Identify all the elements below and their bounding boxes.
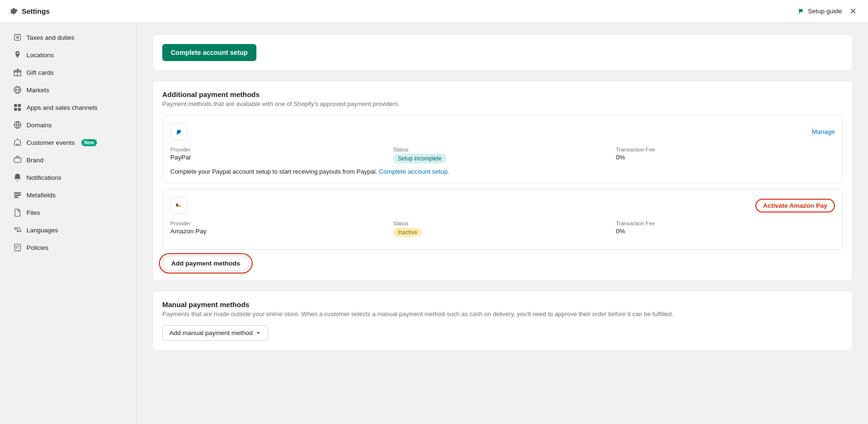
paypal-note: Complete your Paypal account setup to st… — [170, 168, 835, 175]
sidebar-item-label: Metafields — [26, 192, 56, 199]
sidebar-item-notifications[interactable]: Notifications — [4, 169, 133, 186]
metafields-icon — [13, 191, 22, 199]
paypal-logo — [170, 123, 187, 140]
complete-account-setup-button[interactable]: Complete account setup — [162, 44, 256, 61]
sidebar-item-label: Domains — [26, 122, 52, 129]
customer-events-icon — [13, 138, 22, 147]
paypal-note-text: Complete your Paypal account setup to st… — [170, 168, 377, 175]
settings-gear-icon — [9, 7, 18, 16]
paypal-provider-card: Manage Provider PayPal Status Setup inco… — [162, 115, 843, 183]
paypal-complete-setup-link[interactable]: Complete account setup. — [379, 168, 449, 175]
languages-icon — [13, 226, 22, 234]
manual-payment-methods-title: Manual payment methods — [162, 300, 843, 309]
sidebar-item-taxes-and-duties[interactable]: Taxes and duties — [4, 29, 133, 46]
additional-payment-methods-subtitle: Payment methods that are available with … — [162, 100, 843, 107]
add-payment-methods-label: Add payment methods — [171, 260, 240, 267]
sidebar-item-brand[interactable]: Brand — [4, 151, 133, 168]
sidebar-item-label: Languages — [26, 227, 58, 234]
sidebar-item-markets[interactable]: Markets — [4, 81, 133, 98]
svg-rect-15 — [14, 194, 21, 196]
subtitle-text: Payment methods that are available with … — [162, 100, 400, 107]
additional-payment-methods-card: Additional payment methods Payment metho… — [152, 80, 853, 281]
amazon-fee-label: Transaction Fee — [616, 221, 835, 226]
flag-icon — [798, 8, 805, 15]
taxes-icon — [13, 33, 22, 42]
paypal-provider-details: Provider PayPal Status Setup incomplete … — [170, 147, 835, 163]
svg-rect-10 — [14, 108, 17, 111]
svg-rect-8 — [14, 104, 17, 107]
close-button[interactable]: ✕ — [848, 6, 859, 17]
sidebar-item-label: Files — [26, 209, 40, 216]
paypal-fee-value: 0% — [616, 154, 835, 161]
notifications-icon — [13, 173, 22, 182]
sidebar-item-label: Markets — [26, 87, 49, 94]
paypal-fee-col: Transaction Fee 0% — [616, 147, 835, 163]
location-icon — [13, 51, 22, 59]
add-manual-payment-method-button[interactable]: Add manual payment method — [162, 325, 268, 341]
sidebar: Taxes and duties Locations Gift cards Ma… — [0, 23, 137, 424]
paypal-status-col: Status Setup incomplete — [393, 147, 612, 163]
svg-rect-16 — [14, 197, 18, 198]
amazon-logo: a — [170, 197, 187, 214]
amazon-status-badge: Inactive — [393, 228, 422, 237]
top-bar-left: Settings — [9, 7, 50, 16]
brand-icon — [13, 156, 22, 164]
paypal-manage-link[interactable]: Manage — [812, 128, 835, 135]
manual-payment-methods-card: Manual payment methods Payments that are… — [152, 291, 853, 351]
svg-text:a: a — [176, 202, 179, 207]
paypal-provider-col: Provider PayPal — [170, 147, 389, 163]
sidebar-item-metafields[interactable]: Metafields — [4, 186, 133, 203]
add-payment-methods-button[interactable]: Add payment methods — [162, 256, 249, 271]
paypal-provider-header: Manage — [170, 123, 835, 140]
activate-amazon-pay-link[interactable]: Activate Amazon Pay — [755, 199, 835, 212]
sidebar-item-domains[interactable]: Domains — [4, 116, 133, 133]
add-manual-payment-label: Add manual payment method — [169, 329, 253, 336]
svg-rect-11 — [18, 108, 21, 111]
paypal-fee-label: Transaction Fee — [616, 147, 835, 152]
paypal-status-label: Status — [393, 147, 612, 152]
add-payment-methods-wrap: Add payment methods — [162, 256, 843, 271]
markets-icon — [13, 86, 22, 94]
sidebar-item-gift-cards[interactable]: Gift cards — [4, 64, 133, 81]
amazon-pay-provider-header: a Activate Amazon Pay — [170, 197, 835, 214]
amazon-provider-col: Provider Amazon Pay — [170, 221, 389, 237]
amazon-provider-value: Amazon Pay — [170, 228, 389, 235]
svg-rect-17 — [15, 244, 21, 251]
policies-icon — [13, 243, 22, 252]
setup-guide-link[interactable]: Setup guide — [798, 8, 842, 15]
sidebar-item-label: Policies — [26, 244, 49, 251]
sidebar-item-files[interactable]: Files — [4, 204, 133, 221]
apps-icon — [13, 103, 22, 112]
amazon-pay-provider-details: Provider Amazon Pay Status Inactive Tran… — [170, 221, 835, 237]
sidebar-item-policies[interactable]: Policies — [4, 239, 133, 256]
sidebar-item-apps-and-sales-channels[interactable]: Apps and sales channels — [4, 99, 133, 116]
manual-payment-methods-subtitle: Payments that are made outside your onli… — [162, 310, 843, 318]
setup-guide-label: Setup guide — [808, 8, 842, 15]
sidebar-item-customer-events[interactable]: Customer events New — [4, 134, 133, 151]
complete-account-card: Complete account setup — [152, 34, 853, 71]
main-content: Complete account setup Additional paymen… — [137, 23, 868, 424]
dropdown-arrow-icon — [255, 330, 261, 336]
sidebar-item-label: Locations — [26, 52, 54, 59]
amazon-status-label: Status — [393, 221, 612, 226]
svg-rect-13 — [14, 158, 21, 163]
amazon-fee-col: Transaction Fee 0% — [616, 221, 835, 237]
sidebar-item-label: Gift cards — [26, 69, 54, 76]
sidebar-item-languages[interactable]: Languages — [4, 221, 133, 238]
amazon-provider-label: Provider — [170, 221, 389, 226]
domains-icon — [13, 121, 22, 129]
additional-payment-methods-title: Additional payment methods — [162, 90, 843, 98]
amazon-pay-provider-card: a Activate Amazon Pay Provider Amazon Pa… — [162, 189, 843, 250]
paypal-provider-label: Provider — [170, 147, 389, 152]
amazon-status-col: Status Inactive — [393, 221, 612, 237]
sidebar-item-locations[interactable]: Locations — [4, 46, 133, 63]
sidebar-item-label: Customer events — [26, 139, 75, 146]
new-badge: New — [81, 139, 97, 146]
amazon-fee-value: 0% — [616, 228, 835, 235]
layout: Taxes and duties Locations Gift cards Ma… — [0, 23, 868, 424]
sidebar-item-label: Apps and sales channels — [26, 104, 97, 111]
top-bar-right: Setup guide ✕ — [798, 6, 859, 17]
sidebar-item-label: Notifications — [26, 174, 61, 181]
gift-icon — [13, 68, 22, 77]
sidebar-item-label: Brand — [26, 157, 44, 164]
